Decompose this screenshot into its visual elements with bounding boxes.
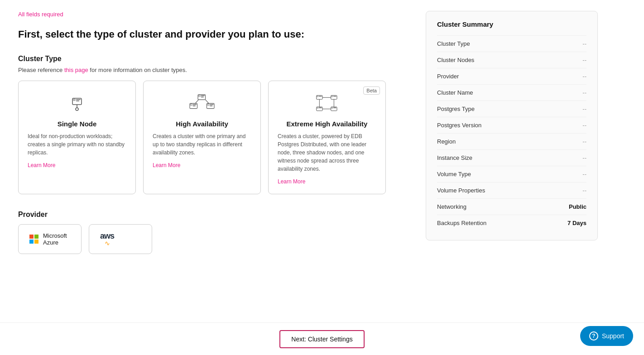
page-heading: First, select the type of cluster and pr… xyxy=(18,29,408,40)
beta-badge: Beta xyxy=(363,86,380,95)
svg-rect-7 xyxy=(201,95,205,96)
summary-row-value: -- xyxy=(582,73,586,80)
summary-row: Postgres Version-- xyxy=(437,117,586,133)
cluster-type-title: Cluster Type xyxy=(18,55,408,63)
svg-rect-15 xyxy=(210,104,213,105)
summary-row: Postgres Type-- xyxy=(437,101,586,117)
summary-row-value: -- xyxy=(582,57,586,63)
svg-rect-19 xyxy=(319,96,322,96)
summary-row-label: Volume Properties xyxy=(437,187,485,194)
summary-row: Volume Properties-- xyxy=(437,182,586,198)
summary-row-label: Provider xyxy=(437,73,459,80)
high-availability-icon xyxy=(153,92,251,115)
azure-provider-name: MicrosoftAzure xyxy=(43,232,67,246)
summary-rows: Cluster Type--Cluster Nodes--Provider--C… xyxy=(437,35,586,231)
main-content: All fields required First, select the ty… xyxy=(18,11,408,344)
summary-row-label: Cluster Type xyxy=(437,40,470,47)
aws-logo: aws ∿ xyxy=(100,232,114,246)
summary-title: Cluster Summary xyxy=(437,20,586,28)
single-node-title: Single Node xyxy=(28,120,126,128)
summary-row-label: Volume Type xyxy=(437,171,471,178)
support-button[interactable]: ? Support xyxy=(580,326,633,346)
svg-rect-25 xyxy=(319,107,322,108)
summary-row-value: Public xyxy=(569,203,586,210)
provider-card-azure[interactable]: MicrosoftAzure xyxy=(18,224,82,254)
cluster-type-desc: Please reference this page for more info… xyxy=(18,67,408,73)
summary-row-value: -- xyxy=(582,154,586,161)
summary-row-label: Cluster Nodes xyxy=(437,57,474,63)
summary-row: Cluster Name-- xyxy=(437,84,586,101)
all-fields-required-label: All fields required xyxy=(18,11,408,18)
provider-cards: MicrosoftAzure aws ∿ xyxy=(18,224,408,254)
svg-point-4 xyxy=(76,108,78,110)
aws-arrow: ∿ xyxy=(105,240,110,246)
summary-row-value: -- xyxy=(582,122,586,129)
svg-rect-22 xyxy=(333,96,336,96)
summary-row: Cluster Nodes-- xyxy=(437,52,586,68)
summary-row: Provider-- xyxy=(437,68,586,84)
summary-row: Cluster Type-- xyxy=(437,35,586,52)
single-node-icon xyxy=(28,92,126,115)
provider-title: Provider xyxy=(18,211,408,219)
cluster-type-cards: Single Node Ideal for non-production wor… xyxy=(18,81,408,194)
desc-before-link: Please reference xyxy=(18,67,64,73)
summary-row-value: -- xyxy=(582,89,586,96)
summary-row-value: -- xyxy=(582,106,586,112)
svg-rect-8 xyxy=(201,96,204,97)
svg-rect-28 xyxy=(333,107,336,108)
summary-row-label: Backups Retention xyxy=(437,220,486,226)
bottom-bar: Next: Cluster Settings xyxy=(0,322,644,355)
summary-sidebar: Cluster Summary Cluster Type--Cluster No… xyxy=(426,11,598,344)
svg-rect-16 xyxy=(210,106,212,106)
provider-card-aws[interactable]: aws ∿ xyxy=(89,224,152,254)
summary-row-label: Region xyxy=(437,138,456,145)
page-wrapper: All fields required First, select the ty… xyxy=(0,0,644,355)
summary-row-value: 7 Days xyxy=(567,220,586,226)
next-button[interactable]: Next: Cluster Settings xyxy=(279,330,364,348)
summary-row: Volume Type-- xyxy=(437,166,586,182)
summary-box: Cluster Summary Cluster Type--Cluster No… xyxy=(426,11,598,240)
summary-row-label: Postgres Type xyxy=(437,106,475,112)
summary-row-value: -- xyxy=(582,171,586,178)
ha-desc: Creates a cluster with one primary and u… xyxy=(153,132,251,157)
summary-row: NetworkingPublic xyxy=(437,198,586,215)
microsoft-logo xyxy=(29,235,38,244)
cluster-card-high-availability[interactable]: High Availability Creates a cluster with… xyxy=(143,81,261,194)
summary-row-value: -- xyxy=(582,138,586,145)
summary-row-label: Postgres Version xyxy=(437,122,481,129)
extreme-ha-icon xyxy=(278,92,376,115)
support-icon: ? xyxy=(589,331,598,341)
summary-row-label: Networking xyxy=(437,203,466,210)
cluster-card-single-node[interactable]: Single Node Ideal for non-production wor… xyxy=(18,81,136,194)
support-label: Support xyxy=(602,332,624,340)
summary-row-label: Instance Size xyxy=(437,154,472,161)
ha-learn-more[interactable]: Learn More xyxy=(153,162,180,168)
svg-rect-11 xyxy=(193,104,197,105)
cluster-card-extreme-ha[interactable]: Beta xyxy=(268,81,386,194)
summary-row-label: Cluster Name xyxy=(437,89,473,96)
svg-rect-3 xyxy=(76,101,79,101)
extreme-ha-desc: Creates a cluster, powered by EDB Postgr… xyxy=(278,132,376,173)
svg-rect-2 xyxy=(76,99,81,100)
summary-row: Region-- xyxy=(437,133,586,149)
summary-row-value: -- xyxy=(582,187,586,194)
extreme-ha-title: Extreme High Availability xyxy=(278,120,376,128)
summary-row: Backups Retention7 Days xyxy=(437,215,586,231)
single-node-learn-more[interactable]: Learn More xyxy=(28,162,55,168)
extreme-ha-learn-more[interactable]: Learn More xyxy=(278,178,305,185)
summary-row-value: -- xyxy=(582,40,586,47)
cluster-type-section: Cluster Type Please reference this page … xyxy=(18,55,408,194)
single-node-desc: Ideal for non-production workloads; crea… xyxy=(28,132,126,157)
desc-after-link: for more information on cluster types. xyxy=(88,67,187,73)
summary-row: Instance Size-- xyxy=(437,149,586,166)
provider-section: Provider MicrosoftAzure aws ∿ xyxy=(18,211,408,254)
ha-title: High Availability xyxy=(153,120,251,128)
svg-rect-12 xyxy=(193,106,196,106)
this-page-link[interactable]: this page xyxy=(64,67,88,73)
aws-text: aws xyxy=(100,232,114,240)
